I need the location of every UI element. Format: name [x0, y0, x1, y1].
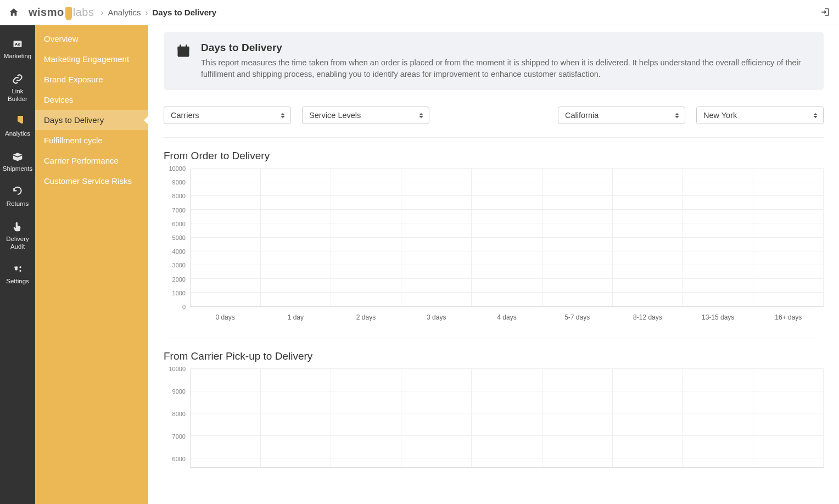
undo-icon — [2, 185, 33, 198]
breadcrumb-section[interactable]: Analytics — [108, 8, 141, 17]
rail-item-settings[interactable]: Settings — [0, 256, 35, 291]
chart2-title: From Carrier Pick-up to Delivery — [164, 350, 824, 362]
chart-column[interactable] — [753, 369, 824, 467]
svg-rect-6 — [178, 47, 189, 50]
submenu-item-brand-exposure[interactable]: Brand Exposure — [35, 69, 148, 89]
logo-vial-icon — [65, 7, 72, 20]
carriers-select[interactable]: Carriers — [164, 107, 291, 124]
chart-column[interactable] — [261, 169, 331, 306]
pickup-to-delivery-chart: 600070008000900010000 — [164, 369, 824, 468]
chart2-y-axis: 600070008000900010000 — [164, 369, 188, 468]
chart-column[interactable] — [683, 369, 753, 467]
breadcrumb-current: Days to Delivery — [152, 8, 216, 17]
y-tick: 1000 — [172, 290, 186, 296]
y-tick: 5000 — [172, 234, 186, 241]
submenu-item-customer-service-risks[interactable]: Customer Service Risks — [35, 171, 148, 191]
section-divider — [164, 338, 824, 338]
rail-item-analytics[interactable]: Analytics — [0, 108, 35, 143]
y-tick: 8000 — [172, 193, 186, 199]
filter-row: Carriers Service Levels California New Y… — [164, 107, 824, 138]
analytics-submenu: Overview Marketing Engagement Brand Expo… — [35, 25, 148, 504]
rail-label: Delivery Audit — [6, 236, 29, 250]
submenu-item-fulfillment-cycle[interactable]: Fulfillment cycle — [35, 130, 148, 150]
chart-column[interactable] — [472, 369, 542, 467]
chart-column[interactable] — [613, 169, 683, 306]
sidebar-rail: Ad Marketing Link Builder Analytics Ship… — [0, 25, 35, 504]
home-icon[interactable] — [9, 7, 19, 18]
rail-item-link-builder[interactable]: Link Builder — [0, 66, 35, 109]
svg-point-3 — [19, 266, 21, 268]
report-description-box: Days to Delivery This report measures th… — [164, 32, 824, 90]
chevron-right-icon: › — [100, 8, 103, 17]
x-label: 1 day — [260, 309, 331, 324]
logout-icon[interactable] — [820, 7, 830, 18]
calendar-icon — [176, 43, 191, 80]
origin-state-select[interactable]: California — [558, 107, 685, 124]
chart1-plot[interactable] — [190, 169, 824, 307]
chart-column[interactable] — [542, 169, 613, 306]
rail-label: Link Builder — [8, 88, 27, 102]
svg-text:Ad: Ad — [15, 42, 20, 47]
select-value: Service Levels — [309, 111, 361, 120]
chart-column[interactable] — [613, 369, 683, 467]
wismolabs-logo[interactable]: wismo labs — [29, 6, 94, 19]
rail-item-shipments[interactable]: Shipments — [0, 143, 35, 178]
rail-item-returns[interactable]: Returns — [0, 178, 35, 214]
main-content: Days to Delivery This report measures th… — [148, 25, 839, 504]
report-description: This report measures the time taken from… — [201, 57, 812, 80]
submenu-item-days-to-delivery[interactable]: Days to Delivery — [35, 110, 148, 130]
logo-word-wismo: wismo — [29, 6, 64, 19]
y-tick: 2000 — [172, 276, 186, 283]
y-tick: 10000 — [169, 165, 186, 172]
link-icon — [2, 72, 33, 86]
sort-icon — [419, 111, 423, 119]
x-label: 13-15 days — [683, 309, 753, 324]
x-label: 5-7 days — [542, 309, 612, 324]
y-tick: 4000 — [172, 248, 186, 255]
chart-column[interactable] — [331, 169, 401, 306]
chart-column[interactable] — [472, 169, 542, 306]
chevron-right-icon: › — [145, 8, 148, 17]
rail-item-marketing[interactable]: Ad Marketing — [0, 31, 35, 66]
chart-column[interactable] — [542, 369, 613, 467]
chart-column[interactable] — [683, 169, 753, 306]
x-label: 0 days — [190, 309, 260, 324]
service-levels-select[interactable]: Service Levels — [302, 107, 429, 124]
rail-label: Marketing — [4, 53, 32, 59]
chart-column[interactable] — [331, 369, 401, 467]
chart1-x-axis: 0 days1 day2 days3 days4 days5-7 days8-1… — [190, 309, 824, 324]
rail-label: Settings — [6, 278, 29, 284]
ad-icon: Ad — [2, 37, 33, 51]
chart-column[interactable] — [401, 369, 472, 467]
select-value: California — [565, 111, 599, 120]
y-tick: 6000 — [172, 221, 186, 227]
select-value: New York — [703, 111, 737, 120]
submenu-item-carrier-performance[interactable]: Carrier Performance — [35, 150, 148, 171]
rail-label: Shipments — [3, 165, 32, 172]
sort-icon — [675, 111, 679, 119]
chart-column[interactable] — [191, 369, 261, 467]
y-tick: 9000 — [172, 388, 186, 395]
svg-rect-8 — [186, 45, 187, 48]
chart-column[interactable] — [401, 169, 472, 306]
submenu-item-overview[interactable]: Overview — [35, 29, 148, 49]
y-tick: 3000 — [172, 262, 186, 268]
chart2-plot[interactable] — [190, 369, 824, 468]
chart-column[interactable] — [261, 369, 331, 467]
x-label: 2 days — [331, 309, 401, 324]
logo-word-labs: labs — [73, 6, 94, 19]
chart1-title: From Order to Delivery — [164, 150, 824, 162]
submenu-item-devices[interactable]: Devices — [35, 89, 148, 110]
destination-state-select[interactable]: New York — [696, 107, 824, 124]
y-tick: 8000 — [172, 411, 186, 417]
sort-icon — [281, 111, 285, 119]
x-label: 3 days — [401, 309, 472, 324]
chart-column[interactable] — [753, 169, 824, 306]
chart-column[interactable] — [191, 169, 261, 306]
rail-item-delivery-audit[interactable]: Delivery Audit — [0, 214, 35, 256]
chart1-y-axis: 0100020003000400050006000700080009000100… — [164, 169, 188, 307]
submenu-item-marketing-engagement[interactable]: Marketing Engagement — [35, 49, 148, 69]
rail-label: Analytics — [5, 130, 30, 137]
x-label: 4 days — [472, 309, 542, 324]
x-label: 8-12 days — [612, 309, 683, 324]
